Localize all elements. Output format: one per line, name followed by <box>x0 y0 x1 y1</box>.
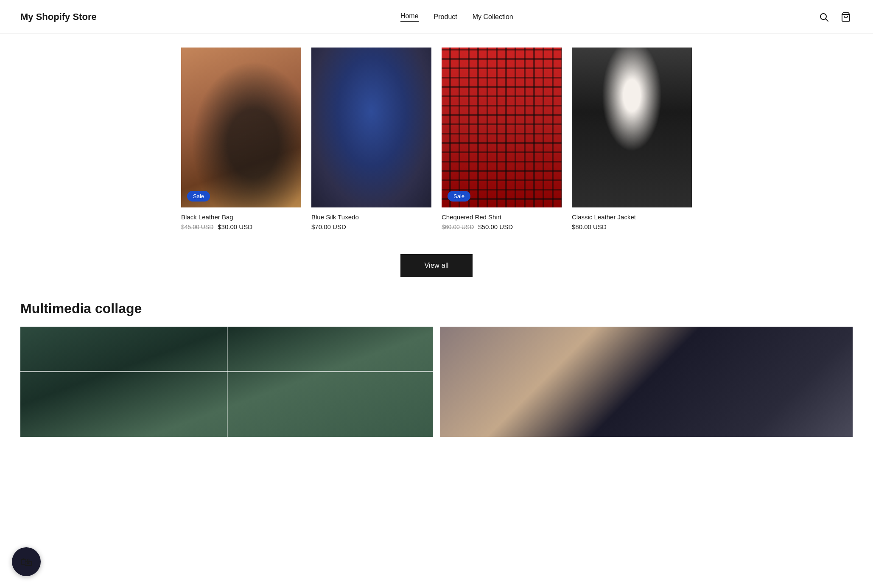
product-card[interactable]: Classic Leather Jacket $80.00 USD <box>572 48 692 230</box>
sale-badge: Sale <box>448 191 470 202</box>
nav-collection[interactable]: My Collection <box>473 13 513 21</box>
view-all-section: View all <box>181 247 692 301</box>
main-content: Sale Black Leather Bag $45.00 USD $30.00… <box>0 34 873 437</box>
collage-title: Multimedia collage <box>20 301 853 316</box>
price-row: $45.00 USD $30.00 USD <box>181 223 301 230</box>
product-grid: Sale Black Leather Bag $45.00 USD $30.00… <box>181 34 692 247</box>
product-card[interactable]: Blue Silk Tuxedo $70.00 USD <box>311 48 431 230</box>
site-header: My Shopify Store Home Product My Collect… <box>0 0 873 34</box>
price-row: $80.00 USD <box>572 223 692 230</box>
product-image-wrap: Sale <box>442 48 562 207</box>
product-image-wrap <box>311 48 431 207</box>
court-image <box>20 327 433 437</box>
collage-image-woman <box>440 327 853 437</box>
price-original: $60.00 USD <box>442 224 474 230</box>
sale-badge: Sale <box>187 191 210 202</box>
price-row: $70.00 USD <box>311 223 431 230</box>
cart-button[interactable] <box>839 10 853 24</box>
price-sale: $30.00 USD <box>218 223 252 230</box>
price-regular: $70.00 USD <box>311 223 346 230</box>
product-name: Chequered Red Shirt <box>442 213 562 221</box>
collage-grid <box>20 327 853 437</box>
product-card[interactable]: Sale Black Leather Bag $45.00 USD $30.00… <box>181 48 301 230</box>
store-logo[interactable]: My Shopify Store <box>20 11 97 22</box>
view-all-button[interactable]: View all <box>400 254 472 277</box>
main-nav: Home Product My Collection <box>400 12 513 22</box>
product-card[interactable]: Sale Chequered Red Shirt $60.00 USD $50.… <box>442 48 562 230</box>
price-sale: $50.00 USD <box>478 223 513 230</box>
product-image <box>181 48 301 207</box>
product-image-wrap: Sale <box>181 48 301 207</box>
nav-product[interactable]: Product <box>434 13 457 21</box>
header-actions <box>817 10 853 24</box>
search-button[interactable] <box>817 10 831 24</box>
product-name: Blue Silk Tuxedo <box>311 213 431 221</box>
product-image-wrap <box>572 48 692 207</box>
svg-line-1 <box>825 19 828 21</box>
search-icon <box>819 12 829 22</box>
cart-icon <box>841 12 851 22</box>
product-name: Classic Leather Jacket <box>572 213 692 221</box>
collage-section: Multimedia collage <box>0 301 873 437</box>
collage-image-court <box>20 327 433 437</box>
product-image <box>572 48 692 207</box>
nav-home[interactable]: Home <box>400 12 419 22</box>
price-row: $60.00 USD $50.00 USD <box>442 223 562 230</box>
price-regular: $80.00 USD <box>572 223 607 230</box>
woman-image <box>440 327 853 437</box>
product-name: Black Leather Bag <box>181 213 301 221</box>
product-image <box>442 48 562 207</box>
product-image <box>311 48 431 207</box>
price-original: $45.00 USD <box>181 224 213 230</box>
